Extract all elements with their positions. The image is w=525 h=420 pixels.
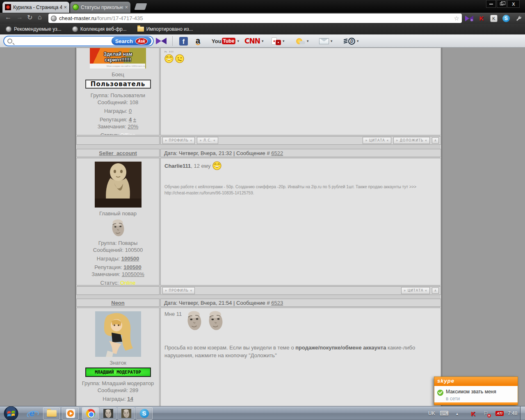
dropdown-icon[interactable]: ▾: [331, 39, 333, 43]
new-tab-button[interactable]: [134, 3, 147, 10]
url-text[interactable]: cheat-master.ru/forum/17-4717-435: [59, 15, 143, 21]
reload-icon[interactable]: ↻: [27, 14, 32, 21]
remarks-link[interactable]: 100500%: [122, 271, 144, 277]
bookmark-star-icon[interactable]: ☆: [454, 15, 459, 22]
minimize-button[interactable]: [486, 0, 496, 8]
home-icon[interactable]: ⌂: [38, 14, 42, 21]
media-extension-icon[interactable]: [464, 14, 474, 23]
weather-button[interactable]: ▾: [296, 37, 309, 46]
remarks-link[interactable]: 20%: [128, 123, 138, 130]
reputation-plusminus[interactable]: ±: [133, 116, 136, 123]
show-hidden-icons-arrow[interactable]: ▴: [456, 406, 458, 420]
ati-logo: ATI: [495, 411, 504, 416]
restore-button[interactable]: [497, 0, 507, 8]
message-id-link[interactable]: 6523: [271, 300, 283, 306]
amazon-icon[interactable]: a: [196, 37, 200, 46]
facebook-icon[interactable]: f: [179, 37, 188, 46]
bookmark-folder-item[interactable]: Импортировано из...: [137, 26, 193, 32]
post2-small-face-image: [110, 219, 126, 237]
photo-thumbnail: [103, 409, 113, 418]
author-link[interactable]: Neon: [111, 300, 125, 306]
user-rank: Главный повар: [77, 210, 159, 217]
close-icon: X: [512, 2, 515, 7]
d-service-button[interactable]: D▾: [344, 37, 359, 46]
message-id-link[interactable]: 6522: [271, 150, 283, 156]
toolbar-search-box[interactable]: SearchAsk: [3, 36, 154, 46]
clock[interactable]: 7:48: [508, 406, 517, 420]
dropdown-icon[interactable]: ▾: [283, 39, 285, 43]
taskbar-chrome-button[interactable]: [82, 407, 99, 420]
wrench-menu-icon[interactable]: [514, 14, 523, 23]
profile-button[interactable]: ПРОФИЛЬ: [162, 287, 195, 294]
awards-link[interactable]: 100500: [121, 256, 139, 262]
author-link[interactable]: Seller_account: [99, 150, 137, 156]
error-badge-icon: ✕: [487, 414, 491, 418]
scroll-up-button[interactable]: ∧: [432, 137, 439, 144]
awards-link[interactable]: 14: [127, 396, 133, 402]
show-desktop-button[interactable]: [520, 406, 525, 420]
user-rank: Боец: [77, 71, 159, 78]
keyboard-layout-icon[interactable]: ⌨: [440, 406, 449, 420]
action-center-flag-icon[interactable]: ⚐✕: [483, 406, 490, 420]
kaspersky-extension-icon[interactable]: K: [477, 14, 486, 23]
search-input[interactable]: [15, 38, 112, 44]
taskbar-skype-button[interactable]: S: [136, 407, 153, 420]
tab-close-icon[interactable]: ×: [64, 5, 67, 10]
avatar-subcaption: Мем создан на сайте 1001mem.ru: [90, 64, 145, 68]
back-icon[interactable]: ←: [5, 14, 11, 21]
bookmark-item[interactable]: Коллекция веб-фр...: [72, 26, 127, 32]
skype-logo: skype: [437, 378, 454, 384]
forward-icon[interactable]: →: [16, 14, 23, 21]
restore-icon: [500, 2, 503, 5]
start-button[interactable]: [4, 406, 18, 420]
dropdown-icon[interactable]: ▾: [307, 39, 309, 43]
address-bar[interactable]: cheat-master.ru/forum/17-4717-435 ☆: [48, 14, 462, 23]
dropdown-icon[interactable]: ▾: [237, 39, 239, 43]
pm-button[interactable]: Л.С.: [197, 137, 218, 144]
taskbar-photo-button[interactable]: [100, 407, 116, 420]
profile-button[interactable]: ПРОФИЛЬ: [162, 137, 195, 144]
mail-button[interactable]: ▾: [319, 37, 333, 46]
language-indicator[interactable]: UK: [428, 406, 435, 420]
user-remarks: Замечания: 100500%: [77, 271, 159, 278]
media-play-icon[interactable]: [156, 37, 167, 46]
youtube-you: You: [212, 38, 221, 44]
scroll-up-button[interactable]: ∧: [432, 288, 439, 294]
laugh-smiley-icon: [164, 54, 173, 63]
skype-extension-icon[interactable]: S: [501, 14, 511, 23]
bookmark-item[interactable]: Рекомендуемые уз...: [6, 26, 62, 32]
quote-button[interactable]: ЦИТАТА: [401, 287, 430, 294]
icq-flower-favicon: [73, 4, 79, 10]
internet-explorer-icon[interactable]: e: [27, 409, 37, 418]
reputation-link[interactable]: 100500: [123, 264, 141, 270]
quote-button[interactable]: ЦИТАТА: [363, 137, 391, 144]
youtube-button[interactable]: YouTube▾: [212, 37, 239, 46]
unsure-smiley-icon: [175, 54, 184, 63]
taskbar-photo-button[interactable]: [118, 407, 135, 420]
skype-popup-footer: [434, 402, 518, 405]
skype-contact-name: Максимом звать меня: [446, 389, 496, 395]
key-extension-icon[interactable]: K: [489, 14, 499, 23]
buttons-row-left: [76, 136, 160, 145]
skype-notification[interactable]: skype Максимом звать меня в сети: [434, 377, 518, 405]
tab-statusy[interactable]: Статусы прикольные, стат ×: [70, 2, 130, 13]
games-button[interactable]: ♦▾: [272, 37, 285, 46]
cnn-button[interactable]: CNN▾: [244, 37, 263, 46]
cnn-logo: CNN: [244, 37, 260, 45]
search-button[interactable]: SearchAsk: [112, 37, 151, 45]
user-messages: Сообщений: 289: [77, 387, 159, 394]
taskbar-explorer-button[interactable]: [43, 407, 60, 420]
dropdown-icon[interactable]: ▾: [357, 39, 359, 43]
tab-kurilka[interactable]: Курилка - Страница 435 - ( ×: [2, 2, 69, 13]
close-button[interactable]: X: [507, 0, 520, 8]
media-player-icon: [66, 409, 75, 418]
dropdown-icon[interactable]: ▾: [262, 39, 264, 43]
reputation-link[interactable]: 4: [129, 116, 132, 123]
report-button[interactable]: ДОЛОЖИТЬ: [393, 137, 430, 144]
post-row: Зделай нам скрипт!!!!!! Мем создан на са…: [76, 48, 441, 135]
taskbar-mediaplayer-button[interactable]: [62, 407, 79, 420]
ati-tray-icon[interactable]: ATI: [495, 406, 504, 420]
tab-close-icon[interactable]: ×: [125, 5, 128, 10]
kaspersky-tray-icon[interactable]: K: [471, 406, 475, 420]
awards-link[interactable]: 0: [129, 108, 132, 114]
